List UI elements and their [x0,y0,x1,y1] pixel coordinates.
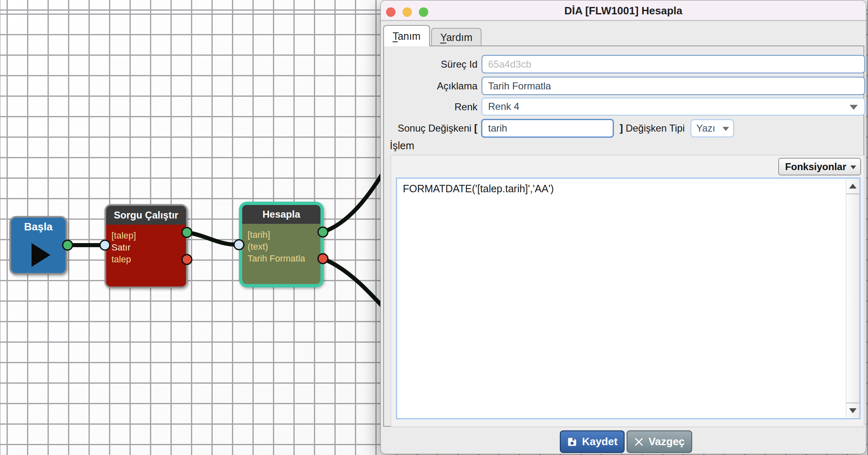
scrollbar-track[interactable] [846,179,859,418]
islem-label: İşlem [390,140,414,152]
cancel-button[interactable]: Vazgeç [627,430,692,453]
output-port-error[interactable] [182,254,193,265]
node-hesapla[interactable]: Hesapla [tarih] (text) Tarih Formatla [242,205,320,284]
chevron-down-icon [723,127,729,131]
node-title: Başla [11,221,66,233]
renk-label: Renk [387,101,477,113]
node-sorgu-calistir[interactable]: Sorgu Çalıştır [talep] Satır talep [105,204,188,288]
node-body: [talep] Satır talep [106,225,186,287]
degisken-tipi-selected-value: Yazı [696,123,715,134]
node-variable-label: [talep] [111,230,183,241]
node-hesapla-selected[interactable]: Hesapla [tarih] (text) Tarih Formatla [239,202,324,287]
node-body: [tarih] (text) Tarih Formatla [242,224,320,284]
surec-id-label: Süreç Id [387,59,477,70]
aciklama-label: Açıklama [387,80,477,92]
connection-edge[interactable] [187,232,239,245]
tab-panel-tanim: Süreç Id Açıklama Renk Renk 4 Sonuç Deği… [383,46,864,427]
node-title: Hesapla [242,205,320,224]
chevron-down-icon [850,105,858,110]
sonuc-degiskeni-label: Sonuç Değişkeni [ [387,123,477,134]
dialog-hesapla: DİA [FLW1001] Hesapla Tanım Yardım Süreç… [380,0,866,454]
surec-id-input[interactable] [482,55,865,73]
play-icon [32,243,50,267]
save-icon [567,437,577,447]
minimize-button[interactable] [402,7,412,17]
scroll-down-icon [849,408,857,413]
degisken-tipi-label: ] Değişken Tipi [620,119,685,138]
chevron-down-icon [850,165,856,169]
window-title: DİA [FLW1001] Hesapla [381,0,866,21]
tab-tanim[interactable]: Tanım [383,25,430,46]
input-port[interactable] [100,240,111,251]
node-basla[interactable]: Başla [9,216,67,275]
fonksiyonlar-button[interactable]: Fonksiyonlar [778,158,861,175]
connection-edge[interactable] [323,162,389,232]
output-port-success[interactable] [62,240,73,251]
output-port-success[interactable] [318,227,329,238]
node-description-label: Tarih Formatla [248,253,317,264]
zoom-button[interactable] [419,7,428,17]
sonuc-degiskeni-input[interactable] [481,119,614,138]
scroll-up-button[interactable] [846,179,859,194]
output-port-error[interactable] [318,253,329,264]
renk-selected-value: Renk 4 [488,101,519,112]
renk-select[interactable]: Renk 4 [482,98,865,116]
scroll-up-icon [849,184,857,189]
open-bracket: [ [474,123,477,134]
tab-yardim[interactable]: Yardım [431,28,482,46]
scroll-down-button[interactable] [846,403,859,418]
aciklama-input[interactable] [482,77,865,95]
node-variable-label: [tarih] [248,229,317,241]
close-bracket: ] [620,123,623,134]
node-title: Sorgu Çalıştır [106,206,186,225]
degisken-tipi-select[interactable]: Yazı [691,119,734,137]
output-port-success[interactable] [182,227,193,238]
save-button[interactable]: Kaydet [560,430,625,453]
node-type-label: (text) [248,241,317,253]
node-type-label: Satır [111,241,183,253]
dialog-titlebar[interactable]: DİA [FLW1001] Hesapla [381,0,866,21]
cancel-icon [634,437,644,447]
node-description-label: talep [111,253,183,265]
code-text: FORMATDATE('[talep.tarih]','AA') [397,179,859,199]
code-editor[interactable]: FORMATDATE('[talep.tarih]','AA') [396,177,861,419]
islem-groupbox: Fonksiyonlar FORMATDATE('[talep.tarih]',… [391,155,864,427]
input-port[interactable] [234,239,245,250]
close-button[interactable] [386,7,395,17]
